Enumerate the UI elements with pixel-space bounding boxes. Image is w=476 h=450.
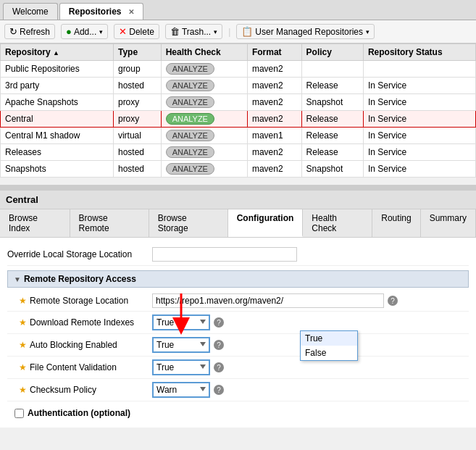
- help-icon-4[interactable]: ?: [214, 385, 224, 395]
- refresh-icon: ↻: [9, 26, 17, 37]
- dropdown-option-1-0[interactable]: True: [301, 331, 357, 346]
- cell-status: [363, 61, 475, 78]
- bottom-tab-routing[interactable]: Routing: [372, 209, 420, 237]
- help-icon-2[interactable]: ?: [214, 340, 224, 350]
- cell-policy: Release: [301, 144, 363, 161]
- form-row-0: ★Remote Storage Location ?: [7, 291, 469, 312]
- main-toolbar: ↻ Refresh ● Add... ▾ ✕ Delete 🗑 Trash...…: [0, 20, 476, 43]
- cell-repo-name: Public Repositories: [1, 61, 114, 78]
- user-managed-icon: 📋: [241, 26, 253, 37]
- text-input-0[interactable]: [152, 293, 384, 308]
- cell-type: proxy: [113, 94, 161, 111]
- trash-button[interactable]: 🗑 Trash... ▾: [165, 24, 222, 39]
- cell-health-check: ANALYZE: [161, 144, 247, 161]
- required-star-4: ★: [19, 385, 27, 395]
- cell-repo-name: Central M1 shadow: [1, 128, 114, 144]
- analyze-button[interactable]: ANALYZE: [166, 146, 214, 158]
- bottom-tab-summary[interactable]: Summary: [421, 209, 476, 237]
- delete-button[interactable]: ✕ Delete: [114, 24, 159, 39]
- col-health-check: Health Check: [161, 44, 247, 61]
- help-icon-1[interactable]: ?: [214, 317, 224, 328]
- tab-repositories-close[interactable]: ✕: [128, 8, 134, 16]
- analyze-button[interactable]: ANALYZE: [166, 63, 214, 75]
- table-row[interactable]: Releases hosted ANALYZE maven2 Release I…: [1, 144, 476, 161]
- analyze-button[interactable]: ANALYZE: [166, 80, 214, 91]
- help-icon-0[interactable]: ?: [388, 296, 398, 306]
- cell-health-check: ANALYZE: [161, 94, 247, 111]
- table-row[interactable]: 3rd party hosted ANALYZE maven2 Release …: [1, 78, 476, 94]
- select-2[interactable]: TrueFalse: [152, 337, 210, 353]
- bottom-tab-configuration[interactable]: Configuration: [228, 209, 304, 237]
- table-row[interactable]: Central M1 shadow virtual ANALYZE maven1…: [1, 128, 476, 144]
- bottom-panel: Central Browse IndexBrowse RemoteBrowse …: [0, 191, 476, 428]
- form-label-3: ★File Content Validation: [7, 362, 152, 372]
- cell-health-check: ANALYZE: [161, 61, 247, 78]
- select-3[interactable]: TrueFalse: [152, 359, 210, 375]
- cell-health-check: ANALYZE: [161, 78, 247, 94]
- delete-icon: ✕: [119, 26, 127, 37]
- cell-status: In Service: [363, 128, 475, 144]
- auth-section: Authentication (optional): [7, 404, 469, 422]
- form-row-2: ★Auto Blocking Enabled TrueFalse ?: [7, 334, 469, 357]
- form-label-0: ★Remote Storage Location: [7, 296, 152, 306]
- config-area: Override Local Storage Location ▼ Remote…: [0, 238, 476, 428]
- cell-type: hosted: [113, 78, 161, 94]
- bottom-tab-health-check[interactable]: Health Check: [303, 209, 372, 237]
- trash-dropdown-icon: ▾: [214, 28, 217, 36]
- add-icon: ●: [66, 26, 72, 37]
- remote-access-section-header[interactable]: ▼ Remote Repository Access: [7, 270, 469, 288]
- select-1[interactable]: TrueFalse: [152, 314, 210, 330]
- table-row[interactable]: Apache Snapshots proxy ANALYZE maven2 Sn…: [1, 94, 476, 111]
- cell-type: group: [113, 61, 161, 78]
- config-form-rows: ★Remote Storage Location ? ★Download Rem…: [7, 291, 469, 401]
- cell-repo-name: 3rd party: [1, 78, 114, 94]
- cell-format: maven2: [247, 61, 301, 78]
- bottom-tab-browse-remote[interactable]: Browse Remote: [70, 209, 149, 237]
- cell-format: maven2: [247, 161, 301, 178]
- add-dropdown-icon: ▾: [99, 28, 103, 36]
- cell-policy: Release: [301, 78, 363, 94]
- select-4[interactable]: WarnIgnoreStrict: [152, 382, 210, 398]
- required-star-0: ★: [19, 296, 27, 306]
- cell-format: maven2: [247, 94, 301, 111]
- table-row[interactable]: Public Repositories group ANALYZE maven2: [1, 61, 476, 78]
- bottom-tab-browse-storage[interactable]: Browse Storage: [149, 209, 228, 237]
- tab-repositories[interactable]: Repositories ✕: [59, 3, 143, 20]
- form-label-2: ★Auto Blocking Enabled: [7, 340, 152, 350]
- cell-status: In Service: [363, 161, 475, 178]
- dropdown-option-1-1[interactable]: False: [301, 346, 357, 360]
- override-input[interactable]: [152, 247, 297, 262]
- refresh-button[interactable]: ↻ Refresh: [4, 24, 55, 39]
- table-row[interactable]: Snapshots hosted ANALYZE maven2 Snapshot…: [1, 161, 476, 178]
- cell-status: In Service: [363, 78, 475, 94]
- cell-policy: Snapshot: [301, 94, 363, 111]
- cell-health-check: ANALYZE: [161, 111, 247, 128]
- add-button[interactable]: ● Add... ▾: [61, 24, 108, 39]
- cell-status: In Service: [363, 144, 475, 161]
- bottom-tab-browse-index[interactable]: Browse Index: [0, 209, 70, 237]
- cell-format: maven1: [247, 128, 301, 144]
- add-label: Add...: [74, 27, 96, 37]
- user-managed-button[interactable]: 📋 User Managed Repositories ▾: [236, 24, 375, 39]
- col-status: Repository Status: [363, 44, 475, 61]
- tab-welcome[interactable]: Welcome: [3, 3, 58, 20]
- table-row[interactable]: Central proxy ANALYZE maven2 Release In …: [1, 111, 476, 128]
- trash-label: Trash...: [182, 27, 211, 37]
- override-label: Override Local Storage Location: [7, 249, 152, 259]
- bottom-panel-title: Central: [0, 191, 476, 209]
- analyze-button[interactable]: ANALYZE: [166, 163, 214, 175]
- cell-format: maven2: [247, 144, 301, 161]
- form-label-4: ★Checksum Policy: [7, 385, 152, 395]
- cell-health-check: ANALYZE: [161, 128, 247, 144]
- remote-access-label: Remote Repository Access: [24, 274, 136, 284]
- auth-checkbox[interactable]: [14, 409, 24, 418]
- analyze-button[interactable]: ANALYZE: [166, 96, 214, 108]
- help-icon-3[interactable]: ?: [214, 362, 224, 372]
- analyze-button[interactable]: ANALYZE: [166, 113, 214, 125]
- user-managed-label: User Managed Repositories: [255, 27, 363, 37]
- col-policy: Policy: [301, 44, 363, 61]
- analyze-button[interactable]: ANALYZE: [166, 130, 214, 141]
- required-star-1: ★: [19, 317, 27, 328]
- tab-welcome-label: Welcome: [12, 7, 49, 17]
- bottom-tabs-bar: Browse IndexBrowse RemoteBrowse StorageC…: [0, 209, 476, 238]
